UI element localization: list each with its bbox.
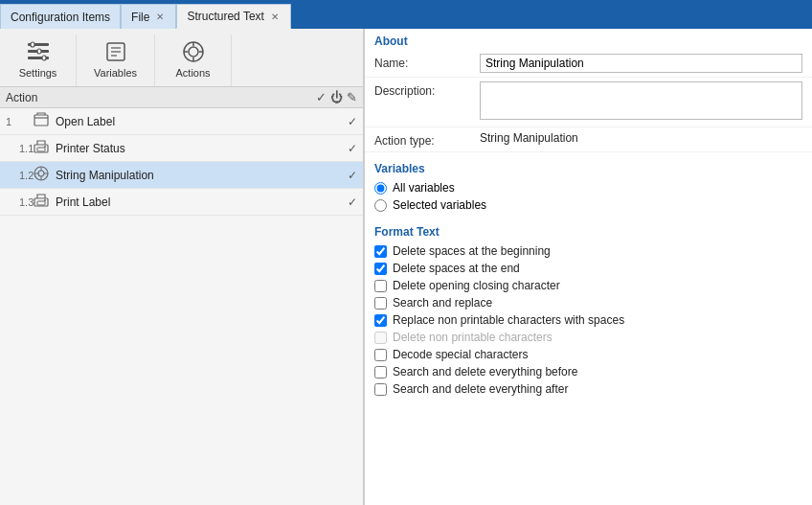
left-panel: Settings Variables bbox=[0, 29, 364, 505]
check-icon: ✓ bbox=[316, 90, 327, 104]
radio-selected-variables-row[interactable]: Selected variables bbox=[374, 198, 802, 212]
radio-selected-variables[interactable] bbox=[374, 199, 387, 212]
svg-point-21 bbox=[38, 171, 44, 176]
printer-status-check: ✓ bbox=[348, 142, 357, 155]
description-value-container bbox=[480, 81, 802, 123]
variables-radio-group: All variables Selected variables bbox=[365, 177, 812, 216]
tab-configuration-items-label: Configuration Items bbox=[11, 11, 110, 24]
radio-all-variables-label: All variables bbox=[393, 181, 455, 195]
toolbar-variables[interactable]: Variables bbox=[77, 34, 155, 86]
string-manipulation-check: ✓ bbox=[348, 169, 357, 182]
checkbox-row-search-replace[interactable]: Search and replace bbox=[374, 294, 802, 311]
action-row-printer-status[interactable]: 1.1 Printer Status ✓ bbox=[0, 135, 363, 162]
checkbox-row-replace-non-printable[interactable]: Replace non printable characters with sp… bbox=[374, 311, 802, 329]
settings-icon bbox=[25, 38, 52, 65]
tab-structured-text-close[interactable]: ✕ bbox=[269, 11, 281, 22]
action-open-label: Open Label bbox=[56, 115, 348, 128]
string-manipulation-icon bbox=[33, 165, 52, 185]
toolbar-settings-label: Settings bbox=[19, 67, 57, 79]
checkbox-row-delete-opening-closing[interactable]: Delete opening closing character bbox=[374, 277, 802, 294]
svg-rect-3 bbox=[31, 42, 34, 47]
print-label-icon bbox=[33, 192, 52, 212]
toolbar-variables-label: Variables bbox=[94, 67, 137, 79]
format-text-checkboxes: Delete spaces at the beginning Delete sp… bbox=[365, 241, 812, 400]
checkbox-decode-special[interactable] bbox=[374, 349, 387, 361]
svg-point-28 bbox=[44, 199, 46, 201]
action-column-header: Action bbox=[6, 91, 316, 104]
radio-selected-variables-label: Selected variables bbox=[393, 198, 486, 212]
checkbox-row-delete-spaces-end[interactable]: Delete spaces at the end bbox=[374, 260, 802, 277]
checkbox-row-delete-spaces-beginning[interactable]: Delete spaces at the beginning bbox=[374, 242, 802, 260]
format-text-section-header: Format Text bbox=[365, 219, 812, 241]
tab-structured-text-label: Structured Text bbox=[187, 10, 263, 23]
action-type-row: Action type: String Manipulation bbox=[365, 127, 812, 152]
variables-icon bbox=[102, 38, 129, 65]
tab-bar: Configuration Items File ✕ Structured Te… bbox=[0, 0, 812, 29]
checkbox-delete-spaces-beginning[interactable] bbox=[374, 245, 387, 258]
checkbox-row-search-delete-before[interactable]: Search and delete everything before bbox=[374, 363, 802, 380]
checkbox-search-delete-after-label: Search and delete everything after bbox=[393, 382, 568, 396]
right-panel: About Name: Description: Action type: St… bbox=[364, 29, 812, 505]
checkbox-decode-special-label: Decode special characters bbox=[393, 348, 528, 361]
toolbar-settings[interactable]: Settings bbox=[0, 34, 77, 86]
svg-rect-5 bbox=[42, 56, 46, 60]
action-row-string-manipulation[interactable]: 1.2 String Manipulation ✓ bbox=[0, 162, 363, 189]
action-string-manipulation: String Manipulation bbox=[56, 169, 348, 182]
action-row-print-label[interactable]: 1.3 Print Label ✓ bbox=[0, 189, 363, 216]
checkbox-search-delete-after[interactable] bbox=[374, 383, 387, 396]
tab-file-close[interactable]: ✕ bbox=[154, 11, 166, 22]
checkbox-search-delete-before[interactable] bbox=[374, 366, 387, 379]
checkbox-search-delete-before-label: Search and delete everything before bbox=[393, 365, 577, 379]
about-section-header: About bbox=[365, 29, 812, 50]
name-label: Name: bbox=[374, 54, 480, 70]
checkbox-delete-opening-closing[interactable] bbox=[374, 280, 387, 292]
checkbox-search-replace-label: Search and replace bbox=[393, 296, 492, 310]
svg-point-19 bbox=[44, 146, 46, 148]
edit-icon: ✎ bbox=[347, 90, 357, 104]
checkbox-row-decode-special[interactable]: Decode special characters bbox=[374, 346, 802, 363]
checkbox-row-search-delete-after[interactable]: Search and delete everything after bbox=[374, 380, 802, 398]
name-row: Name: bbox=[365, 50, 812, 78]
toolbar-actions-label: Actions bbox=[176, 67, 211, 79]
description-input[interactable] bbox=[480, 81, 802, 120]
toolbar: Settings Variables bbox=[0, 29, 363, 87]
checkbox-delete-spaces-end-label: Delete spaces at the end bbox=[393, 262, 520, 275]
row-num-1-1: 1.1 bbox=[6, 143, 33, 154]
action-rows: 1 Open Label ✓ 1.1 bbox=[0, 108, 363, 505]
svg-point-11 bbox=[189, 47, 198, 57]
power-icon: ⏻ bbox=[330, 90, 343, 104]
tab-file-label: File bbox=[131, 11, 149, 24]
action-type-value: String Manipulation bbox=[480, 131, 802, 145]
svg-rect-4 bbox=[37, 49, 41, 54]
action-type-label: Action type: bbox=[374, 131, 480, 148]
name-input[interactable] bbox=[480, 54, 802, 73]
radio-all-variables[interactable] bbox=[374, 182, 387, 195]
action-print-label: Print Label bbox=[56, 195, 348, 209]
radio-all-variables-row[interactable]: All variables bbox=[374, 181, 802, 195]
action-row-open-label[interactable]: 1 Open Label ✓ bbox=[0, 108, 363, 135]
printer-status-icon bbox=[33, 138, 52, 158]
svg-rect-18 bbox=[37, 148, 45, 151]
checkbox-replace-non-printable[interactable] bbox=[374, 314, 387, 327]
tab-structured-text[interactable]: Structured Text ✕ bbox=[176, 4, 290, 29]
variables-section-header: Variables bbox=[365, 156, 812, 177]
checkbox-replace-non-printable-label: Replace non printable characters with sp… bbox=[393, 313, 624, 327]
row-num-1-2: 1.2 bbox=[6, 170, 33, 181]
description-row: Description: bbox=[365, 78, 812, 127]
checkbox-delete-spaces-end[interactable] bbox=[374, 263, 387, 275]
toolbar-actions[interactable]: Actions bbox=[155, 34, 232, 86]
tab-file[interactable]: File ✕ bbox=[121, 4, 176, 29]
action-column-icons: ✓ ⏻ ✎ bbox=[316, 90, 357, 104]
open-label-icon bbox=[33, 111, 52, 131]
name-value-container bbox=[480, 54, 802, 73]
tab-configuration-items[interactable]: Configuration Items bbox=[0, 4, 121, 29]
actions-icon bbox=[180, 38, 207, 65]
svg-rect-16 bbox=[34, 115, 48, 126]
checkbox-delete-non-printable bbox=[374, 332, 387, 344]
checkbox-search-replace[interactable] bbox=[374, 297, 387, 310]
checkbox-delete-non-printable-label: Delete non printable characters bbox=[393, 331, 553, 344]
print-label-check: ✓ bbox=[348, 195, 357, 209]
row-num-1-3: 1.3 bbox=[6, 196, 33, 208]
checkbox-delete-opening-closing-label: Delete opening closing character bbox=[393, 279, 560, 292]
main-content: Settings Variables bbox=[0, 29, 812, 505]
